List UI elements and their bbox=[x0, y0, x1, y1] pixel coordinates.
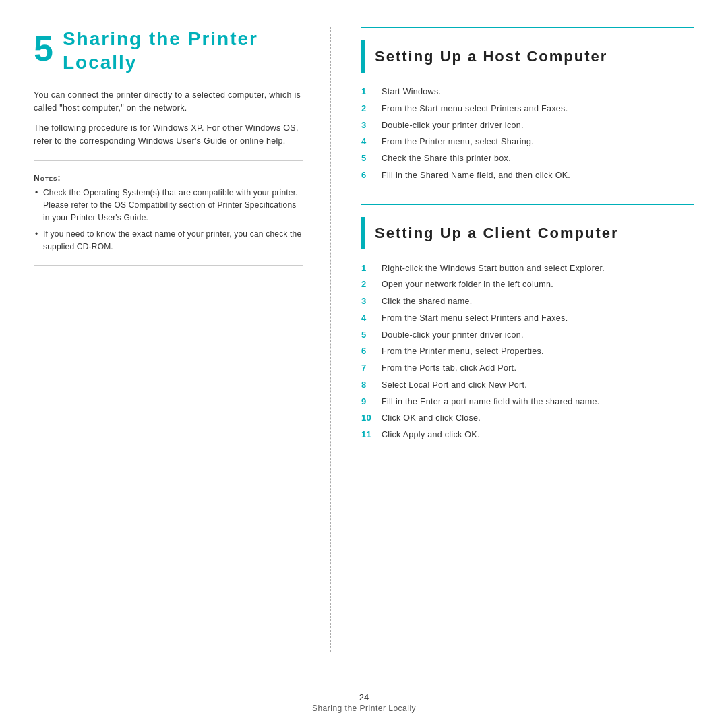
main-content: 5 Sharing the PrinterLocally You can con… bbox=[0, 0, 728, 692]
host-step-6-num: 6 bbox=[361, 169, 376, 182]
host-step-3-text: Double-click your printer driver icon. bbox=[382, 119, 524, 132]
host-steps-list: 1 Start Windows. 2 From the Start menu s… bbox=[361, 85, 694, 182]
client-step-2-text: Open your network folder in the left col… bbox=[382, 278, 553, 291]
host-step-2-num: 2 bbox=[361, 102, 376, 115]
footer-title: Sharing the Printer Locally bbox=[312, 704, 416, 713]
client-step-11-text: Click Apply and click OK. bbox=[382, 429, 480, 442]
client-step-3: 3 Click the shared name. bbox=[361, 295, 694, 308]
client-step-6: 6 From the Printer menu, select Properti… bbox=[361, 344, 694, 358]
host-step-3-num: 3 bbox=[361, 119, 376, 132]
chapter-number: 5 bbox=[34, 31, 53, 66]
host-step-6-text: Fill in the Shared Name field, and then … bbox=[382, 169, 570, 182]
client-section-bar bbox=[361, 217, 365, 249]
host-step-5: 5 Check the Share this printer box. bbox=[361, 152, 694, 165]
client-step-7-num: 7 bbox=[361, 361, 376, 375]
client-step-10-num: 10 bbox=[361, 411, 376, 425]
host-step-1: 1 Start Windows. bbox=[361, 85, 694, 98]
client-step-2-num: 2 bbox=[361, 278, 376, 291]
client-step-9: 9 Fill in the Enter a port name field wi… bbox=[361, 395, 694, 408]
client-step-11: 11 Click Apply and click OK. bbox=[361, 428, 694, 442]
host-step-5-num: 5 bbox=[361, 152, 376, 165]
intro-paragraph-1: You can connect the printer directly to … bbox=[34, 89, 303, 115]
client-step-10: 10 Click OK and click Close. bbox=[361, 411, 694, 425]
client-step-3-text: Click the shared name. bbox=[382, 295, 472, 308]
client-step-2: 2 Open your network folder in the left c… bbox=[361, 278, 694, 291]
host-step-3: 3 Double-click your printer driver icon. bbox=[361, 119, 694, 132]
client-section-title-row: Setting Up a Client Computer bbox=[361, 217, 694, 249]
client-step-5-text: Double-click your printer driver icon. bbox=[382, 329, 524, 342]
chapter-title: Sharing the PrinterLocally bbox=[63, 27, 258, 74]
client-step-3-num: 3 bbox=[361, 295, 376, 308]
host-step-2: 2 From the Start menu select Printers an… bbox=[361, 102, 694, 115]
client-step-6-text: From the Printer menu, select Properties… bbox=[382, 345, 544, 358]
client-step-1-num: 1 bbox=[361, 262, 376, 275]
host-section-bar bbox=[361, 40, 365, 73]
client-section-title: Setting Up a Client Computer bbox=[375, 224, 619, 242]
client-step-1-text: Right-click the Windows Start button and… bbox=[382, 262, 605, 275]
client-steps-list: 1 Right-click the Windows Start button a… bbox=[361, 262, 694, 442]
client-step-8-num: 8 bbox=[361, 378, 376, 392]
host-step-1-text: Start Windows. bbox=[382, 86, 441, 98]
notes-section: Notes: Check the Operating System(s) tha… bbox=[34, 173, 303, 253]
client-step-9-num: 9 bbox=[361, 395, 376, 408]
host-section-title-row: Setting Up a Host Computer bbox=[361, 40, 694, 73]
host-step-4-text: From the Printer menu, select Sharing. bbox=[382, 135, 534, 148]
host-step-4: 4 From the Printer menu, select Sharing. bbox=[361, 135, 694, 148]
note-item-1: Check the Operating System(s) that are c… bbox=[34, 187, 303, 224]
footer: 24 Sharing the Printer Locally bbox=[0, 692, 728, 728]
right-mid-divider bbox=[361, 204, 694, 205]
left-column: 5 Sharing the PrinterLocally You can con… bbox=[34, 27, 331, 652]
host-step-5-text: Check the Share this printer box. bbox=[382, 152, 511, 165]
intro-paragraph-2: The following procedure is for Windows X… bbox=[34, 122, 303, 148]
host-step-6: 6 Fill in the Shared Name field, and the… bbox=[361, 169, 694, 182]
host-step-1-num: 1 bbox=[361, 85, 376, 98]
notes-list: Check the Operating System(s) that are c… bbox=[34, 187, 303, 253]
right-top-divider bbox=[361, 27, 694, 28]
notes-label: Notes: bbox=[34, 173, 303, 183]
client-step-6-num: 6 bbox=[361, 344, 376, 358]
page-number: 24 bbox=[0, 692, 728, 702]
host-step-4-num: 4 bbox=[361, 135, 376, 148]
client-step-1: 1 Right-click the Windows Start button a… bbox=[361, 262, 694, 275]
host-step-2-text: From the Start menu select Printers and … bbox=[382, 102, 568, 115]
client-step-7: 7 From the Ports tab, click Add Port. bbox=[361, 361, 694, 375]
client-step-9-text: Fill in the Enter a port name field with… bbox=[382, 396, 600, 408]
client-step-11-num: 11 bbox=[361, 428, 376, 442]
client-step-4-num: 4 bbox=[361, 311, 376, 325]
left-divider-top bbox=[34, 160, 303, 161]
client-step-10-text: Click OK and click Close. bbox=[382, 412, 481, 425]
client-step-4-text: From the Start menu select Printers and … bbox=[382, 312, 568, 325]
right-column: Setting Up a Host Computer 1 Start Windo… bbox=[331, 27, 694, 652]
page: 5 Sharing the PrinterLocally You can con… bbox=[0, 0, 728, 728]
client-step-5-num: 5 bbox=[361, 328, 376, 342]
host-section-title: Setting Up a Host Computer bbox=[375, 48, 607, 65]
client-step-7-text: From the Ports tab, click Add Port. bbox=[382, 362, 516, 375]
client-step-4: 4 From the Start menu select Printers an… bbox=[361, 311, 694, 325]
left-divider-bottom bbox=[34, 265, 303, 266]
note-item-2: If you need to know the exact name of yo… bbox=[34, 228, 303, 253]
client-step-8: 8 Select Local Port and click New Port. bbox=[361, 378, 694, 392]
client-step-5: 5 Double-click your printer driver icon. bbox=[361, 328, 694, 342]
chapter-title-block: 5 Sharing the PrinterLocally bbox=[34, 27, 303, 74]
client-step-8-text: Select Local Port and click New Port. bbox=[382, 379, 527, 392]
